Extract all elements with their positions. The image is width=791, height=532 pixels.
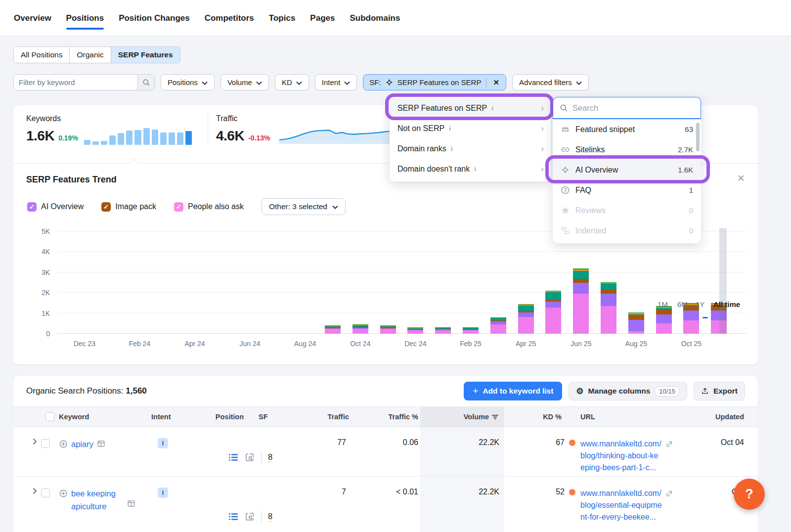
export-button[interactable]: Export [694, 382, 745, 400]
keyword-filter-input[interactable] [14, 75, 137, 90]
segment-all-positions[interactable]: All Positions [14, 47, 70, 63]
trend-bar-segment[interactable] [601, 306, 616, 334]
trend-bar-segment[interactable] [545, 308, 561, 334]
trend-bar-segment[interactable] [490, 321, 506, 324]
serp-snippet-icon[interactable] [97, 440, 105, 448]
trend-bar-segment[interactable] [352, 325, 368, 327]
trend-bar-segment[interactable] [407, 330, 423, 334]
url-link-line[interactable]: blog/essential-equipme [580, 499, 703, 511]
trend-bar-segment[interactable] [518, 306, 534, 311]
serp-snippet-icon[interactable] [127, 499, 135, 508]
keywords-metric[interactable]: Keywords 1.6K 0.19% [26, 114, 78, 144]
col-traffic-pct[interactable]: Traffic % [351, 413, 420, 421]
trend-bar-segment[interactable] [545, 292, 561, 299]
external-link-icon[interactable] [665, 441, 673, 448]
trend-bar-segment[interactable] [656, 309, 672, 314]
trend-bar-segment[interactable] [573, 268, 589, 270]
trend-bar-segment[interactable] [573, 283, 589, 294]
trend-bar-segment[interactable] [435, 327, 451, 328]
trend-bar-segment[interactable] [380, 329, 396, 334]
segment-serp-features[interactable]: SERP Features [111, 47, 180, 63]
submenu-item-sitelinks[interactable]: Sitelinks 2.7K [553, 139, 701, 160]
trend-bar-segment[interactable] [683, 320, 699, 334]
trend-bar-segment[interactable] [545, 291, 561, 292]
col-updated[interactable]: Updated [703, 413, 758, 421]
tab-topics[interactable]: Topics [269, 6, 296, 34]
submenu-item-indented[interactable]: Indented 0 [553, 221, 701, 241]
other-features-dropdown[interactable]: Other: 3 selected [262, 198, 346, 215]
url-link-line[interactable]: eping-bees-part-1-c... [580, 462, 703, 474]
range-all-time[interactable]: All time [713, 300, 740, 309]
trend-bar-segment[interactable] [435, 329, 451, 330]
keyword-link[interactable]: apiary [71, 438, 93, 451]
submenu-item-ai-overview[interactable]: AI Overview 1.6K [553, 160, 701, 180]
trend-bar-segment[interactable] [601, 290, 616, 294]
trend-bar-segment[interactable] [463, 328, 479, 329]
checkbox-checked-icon[interactable]: ✓ [101, 202, 111, 212]
trend-bar-segment[interactable] [325, 325, 341, 326]
trend-bar-segment[interactable] [380, 328, 396, 329]
trend-bar-segment[interactable] [435, 328, 451, 329]
trend-bar-segment[interactable] [518, 305, 534, 306]
trend-bar-segment[interactable] [490, 317, 506, 318]
sf-filter-chip[interactable]: SF: SERP Features on SERP ✕ [363, 74, 506, 90]
trend-bar-segment[interactable] [601, 294, 616, 306]
legend-people-also-ask[interactable]: ✓ People also ask [174, 202, 244, 212]
submenu-item-faq[interactable]: FAQ 1 [553, 180, 701, 200]
submenu-item-featured-snippet[interactable]: Featured snippet 63 [553, 119, 701, 139]
range-6m[interactable]: 6M [677, 300, 688, 309]
row-checkbox[interactable] [41, 439, 50, 448]
menu-item-serp-features-on-serp[interactable]: SERP Features on SERP i › [390, 98, 551, 118]
menu-item-domain-doesnt-rank[interactable]: Domain doesn't rank i › [390, 159, 551, 179]
trend-bar-segment[interactable] [573, 269, 589, 270]
list-feature-icon[interactable] [228, 452, 238, 462]
trend-bar-segment[interactable] [325, 328, 341, 329]
trend-bar-segment[interactable] [380, 325, 396, 326]
remove-filter-icon[interactable]: ✕ [491, 78, 501, 87]
trend-bar-segment[interactable] [628, 315, 644, 320]
tab-pages[interactable]: Pages [310, 6, 335, 34]
col-keyword[interactable]: Keyword [59, 413, 138, 421]
col-kd[interactable]: KD % [504, 413, 576, 421]
keyword-search-button[interactable] [137, 75, 154, 90]
checkbox-checked-icon[interactable]: ✓ [27, 202, 37, 212]
trend-bar-segment[interactable] [352, 328, 368, 329]
col-volume[interactable]: Volume [420, 407, 504, 427]
positions-filter-dropdown[interactable]: Positions [161, 74, 215, 90]
table-row[interactable]: apiary I 8 77 0.06 22.2K [13, 427, 758, 477]
url-link[interactable]: www.mannlakeltd.com/ [580, 438, 661, 450]
col-url[interactable]: URL [576, 413, 703, 421]
trend-bar-segment[interactable] [573, 271, 589, 279]
trend-bar-segment[interactable] [325, 329, 341, 334]
list-feature-icon[interactable] [228, 512, 238, 522]
trend-bar-segment[interactable] [352, 324, 368, 325]
trend-bar-segment[interactable] [490, 324, 506, 334]
info-icon[interactable]: i [451, 145, 453, 153]
tab-position-changes[interactable]: Position Changes [119, 6, 190, 34]
advanced-filters-dropdown[interactable]: Advanced filters [512, 74, 589, 90]
external-link-icon[interactable] [665, 490, 673, 497]
trend-bar-segment[interactable] [545, 302, 561, 308]
trend-bar-segment[interactable] [628, 320, 644, 331]
info-icon[interactable]: i [449, 125, 451, 133]
trend-bar-segment[interactable] [490, 318, 506, 320]
col-position[interactable]: Position [182, 413, 247, 421]
add-to-keyword-list-button[interactable]: + Add to keyword list [464, 382, 562, 400]
trend-bar-segment[interactable] [545, 300, 561, 302]
trend-bar-segment[interactable] [628, 331, 644, 334]
intent-filter-dropdown[interactable]: Intent [315, 74, 357, 90]
close-icon[interactable]: ✕ [737, 173, 745, 184]
trend-bar-segment[interactable] [683, 310, 699, 320]
menu-item-not-on-serp[interactable]: Not on SERP i › [390, 118, 551, 138]
info-icon[interactable]: i [474, 165, 476, 173]
tab-subdomains[interactable]: Subdomains [350, 6, 400, 34]
tab-positions[interactable]: Positions [66, 6, 104, 34]
url-link-line[interactable]: blog/thinking-about-ke [580, 450, 703, 462]
col-sf[interactable]: SF [247, 413, 276, 421]
trend-bar-segment[interactable] [380, 326, 396, 328]
trend-bar-segment[interactable] [601, 283, 616, 284]
trend-bar-segment[interactable] [407, 328, 423, 329]
table-row[interactable]: bee keeping apiculture I 8 7 < 0.01 22.2… [13, 477, 758, 532]
trend-bar-segment[interactable] [573, 294, 589, 334]
expand-row-icon[interactable] [13, 477, 41, 532]
